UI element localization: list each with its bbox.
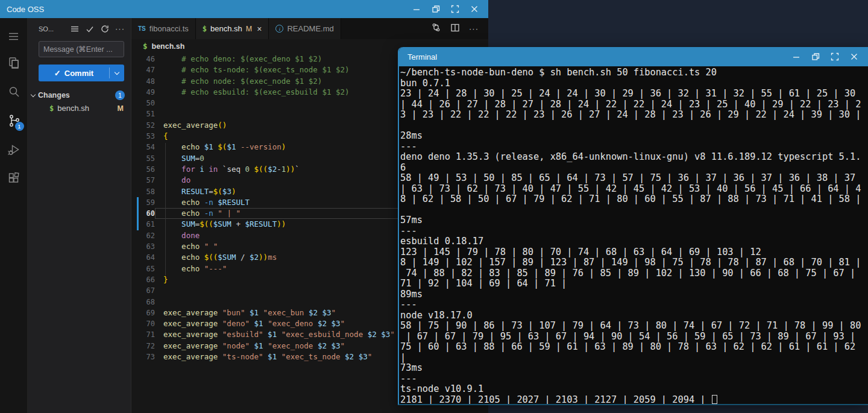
terminal-cursor: [712, 395, 717, 404]
shell-file-icon: $: [49, 104, 54, 113]
split-editor-icon[interactable]: [450, 23, 460, 35]
terminal-line: ---: [400, 226, 868, 237]
line-number: 54: [139, 142, 155, 153]
sidebar-header: SO... ···: [28, 18, 131, 37]
terminal-line: 75 | 60 | 63 | 88 | 66 | 59 | 61 | 63 | …: [400, 342, 868, 353]
terminal-line: 74 | 88 | 82 | 83 | 85 | 89 | 76 | 85 | …: [400, 268, 868, 279]
sidebar-title: SO...: [39, 25, 54, 33]
maximize-icon[interactable]: [448, 2, 462, 16]
restore-icon[interactable]: [429, 2, 442, 16]
tab-fibonacci-ts[interactable]: TS fibonacci.ts: [131, 18, 196, 39]
source-control-icon[interactable]: 1: [0, 106, 28, 135]
line-number: 49: [139, 87, 155, 98]
line-number: 58: [139, 186, 155, 197]
close-icon[interactable]: [848, 50, 861, 63]
line-number: 67: [139, 285, 155, 296]
more-actions-icon[interactable]: ···: [115, 24, 125, 34]
tab-readme-md[interactable]: i README.md: [269, 18, 341, 39]
vscode-titlebar[interactable]: Code OSS: [0, 0, 488, 18]
restore-icon[interactable]: [809, 50, 822, 63]
line-number: 64: [139, 252, 155, 263]
more-actions-icon[interactable]: ···: [469, 27, 479, 31]
terminal-line: ---: [400, 300, 868, 311]
terminal-titlebar[interactable]: Terminal: [399, 47, 868, 66]
terminal-line: 8 | 62 | 58 | 50 | 67 | 79 | 62 | 71 | 8…: [400, 194, 868, 205]
minimize-icon[interactable]: [410, 2, 423, 16]
terminal-line: 58 | 75 | 90 | 86 | 73 | 107 | 79 | 64 |…: [400, 321, 868, 332]
chevron-down-icon: [31, 92, 36, 96]
terminal-line: 6: [400, 163, 868, 174]
terminal-line: node v18.17.0: [400, 311, 868, 321]
terminal-line: 2181 | 2370 | 2105 | 2027 | 2103 | 2127 …: [400, 395, 868, 405]
commit-check-icon[interactable]: [85, 24, 95, 34]
terminal-line: |: [400, 353, 868, 364]
terminal-line: [400, 121, 868, 131]
line-number: 56: [139, 164, 155, 175]
typescript-icon: TS: [138, 25, 146, 32]
search-icon[interactable]: [0, 77, 28, 106]
line-number: 62: [139, 230, 155, 241]
info-icon: i: [275, 25, 283, 33]
terminal-line: 58 | 49 | 53 | 50 | 85 | 65 | 64 | 73 | …: [400, 173, 868, 184]
open-changes-icon[interactable]: [431, 22, 441, 35]
terminal-line: 123 | 145 | 79 | 78 | 80 | 70 | 74 | 68 …: [400, 247, 868, 258]
tab-bar: TS fibonacci.ts $ bench.sh M × i README.…: [131, 18, 488, 39]
commit-button[interactable]: ✓ Commit: [39, 65, 124, 81]
line-number: 51: [139, 109, 155, 119]
modified-badge: M: [246, 25, 252, 33]
maximize-icon[interactable]: [828, 50, 841, 63]
terminal-title: Terminal: [399, 52, 437, 61]
terminal-line: bun 0.7.1: [400, 78, 868, 89]
line-number: 53: [139, 131, 155, 142]
line-number: 47: [139, 65, 155, 75]
commit-message-input[interactable]: Message (⌘Enter ...: [39, 41, 124, 57]
terminal-line: deno deno 1.35.3 (release, x86_64-unknow…: [400, 152, 868, 163]
line-number: 63: [139, 241, 155, 252]
changes-label: Changes: [38, 91, 70, 99]
changes-section-header[interactable]: Changes 1: [28, 89, 131, 102]
close-icon[interactable]: [468, 2, 481, 16]
view-as-list-icon[interactable]: [70, 24, 80, 34]
tab-label: fibonacci.ts: [149, 24, 189, 33]
terminal-line: [400, 205, 868, 216]
line-number: 70: [139, 318, 155, 329]
commit-button-label: Commit: [64, 69, 93, 78]
run-debug-icon[interactable]: [0, 135, 28, 164]
check-icon: ✓: [54, 69, 61, 78]
shell-file-icon: $: [143, 42, 148, 51]
close-tab-icon[interactable]: ×: [257, 24, 262, 34]
menu-icon[interactable]: [0, 24, 28, 48]
terminal-line: 89ms: [400, 289, 868, 300]
terminal-window-controls: [790, 50, 868, 63]
terminal-window[interactable]: Terminal ~/bench-ts-node-bun-deno $ sh b…: [398, 47, 868, 405]
terminal-line: 71 | 92 | 104 | 69 | 64 | 71 |: [400, 279, 868, 289]
tab-label: README.md: [287, 24, 333, 33]
desktop: Code OSS: [0, 0, 868, 413]
refresh-icon[interactable]: [100, 24, 110, 34]
line-number: 73: [139, 352, 155, 362]
terminal-line: | 44 | 26 | 27 | 28 | 27 | 28 | 24 | 22 …: [400, 99, 868, 110]
terminal-output[interactable]: ~/bench-ts-node-bun-deno $ sh bench.sh 5…: [399, 66, 868, 404]
activity-bar: 1: [0, 18, 28, 413]
source-control-sidebar: SO... ··· Message (⌘Enter ... ✓ Commit: [28, 18, 131, 413]
extensions-icon[interactable]: [0, 164, 28, 193]
tab-bench-sh[interactable]: $ bench.sh M ×: [196, 18, 269, 39]
line-number: 48: [139, 76, 155, 87]
explorer-icon[interactable]: [0, 48, 28, 77]
shell-file-icon: $: [203, 25, 207, 33]
terminal-line: | 67 | 67 | 79 | 95 | 63 | 67 | 94 | 90 …: [400, 332, 868, 342]
window-controls: [410, 2, 488, 16]
terminal-line: ts-node v10.9.1: [400, 384, 868, 395]
line-number: 60: [139, 208, 155, 219]
editor-actions: ···: [431, 18, 488, 39]
source-control-badge: 1: [15, 122, 24, 131]
minimize-icon[interactable]: [790, 50, 803, 63]
commit-dropdown-button[interactable]: [110, 72, 124, 74]
line-number: 72: [139, 341, 155, 352]
terminal-line: esbuild 0.18.17: [400, 236, 868, 247]
commit-message-placeholder: Message (⌘Enter ...: [43, 45, 113, 54]
changed-file-row[interactable]: $ bench.sh M: [28, 102, 131, 115]
window-title: Code OSS: [0, 5, 44, 14]
line-number: 71: [139, 329, 155, 340]
terminal-line: ---: [400, 142, 868, 153]
